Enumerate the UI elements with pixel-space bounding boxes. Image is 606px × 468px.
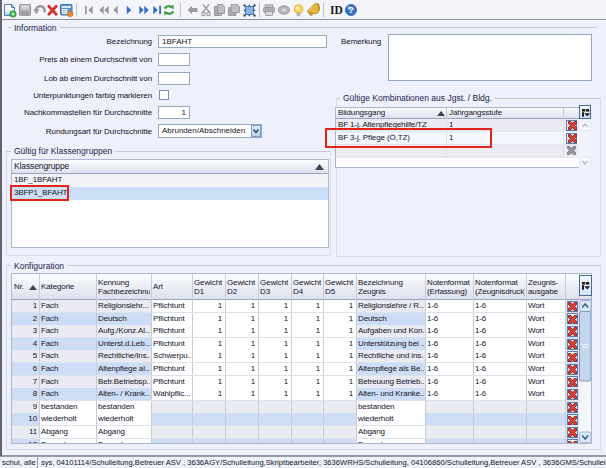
svg-text:?: ? xyxy=(348,5,354,15)
svg-text:ID: ID xyxy=(330,4,343,16)
